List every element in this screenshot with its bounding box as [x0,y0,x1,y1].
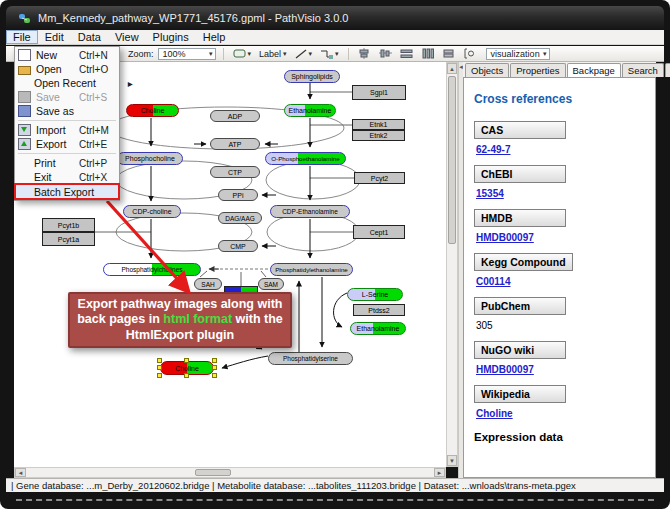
common-size-button[interactable] [440,47,457,60]
node-sah[interactable]: SAH [194,278,222,290]
backpage-panel: Cross references CAS 62-49-7 ChEBI 15354… [463,77,656,478]
node-etnk2[interactable]: Etnk2 [352,130,405,141]
menu-plugins[interactable]: Plugins [146,31,196,43]
save-icon [18,91,31,103]
node-pcyt1a[interactable]: Pcyt1a [42,232,95,246]
connector-tool-button[interactable]: ▾ [318,47,341,60]
node-choline[interactable]: Choline [126,104,179,117]
node-cdp-choline[interactable]: CDP-choline [123,205,181,218]
node-cmp[interactable]: CMP [218,240,258,252]
tab-legend[interactable]: Legend [665,63,670,77]
align-middle-button[interactable] [377,47,394,60]
group-button[interactable] [461,47,478,60]
tab-backpage[interactable]: Backpage [567,63,621,78]
menu-view[interactable]: View [108,31,146,43]
vertical-scrollbar[interactable]: ▲ ▼ [446,62,458,467]
menu-item-shortcut: Ctrl+O [79,64,116,75]
chevron-down-icon[interactable]: ▾ [309,50,313,57]
menu-bar: File Edit Data View Plugins Help [6,30,664,45]
node-sphingolipids[interactable]: Sphingolipids [284,70,340,83]
xref-source-name: PubChem [474,297,566,315]
node-cept1[interactable]: Cept1 [353,225,405,239]
node-l-serine[interactable]: L-Serine [347,288,403,301]
node-phosphocholine[interactable]: Phosphocholine [117,152,183,165]
distribute-vertical-button[interactable] [419,47,436,60]
node-pcyt1b[interactable]: Pcyt1b [42,218,95,232]
zoom-combobox[interactable]: 100% ▾ [158,48,216,60]
node-atp[interactable]: ATP [210,138,260,150]
menu-data[interactable]: Data [71,31,108,43]
distribute-vertical-icon [421,48,434,59]
chevron-down-icon[interactable]: ▾ [335,50,339,57]
node-ethanolamine[interactable]: Ethanolamine [284,104,336,117]
zoom-label: Zoom: [128,49,154,59]
node-o-phosphoethanolamine[interactable]: O-Phosphoethanolamine [265,152,346,165]
xref-source-name: Kegg Compound [474,253,573,271]
tab-search[interactable]: Search [622,63,664,77]
datanode-tool-button[interactable]: ▾ [231,47,254,60]
node-sam[interactable]: SAM [258,278,284,290]
xref-link[interactable]: C00114 [476,276,645,287]
node-pcyt2[interactable]: Pcyt2 [354,172,405,184]
chevron-down-icon[interactable]: ▾ [248,50,252,57]
tab-properties[interactable]: Properties [510,63,565,77]
line-tool-button[interactable]: ▾ [293,47,315,60]
node-etnk1[interactable]: Etnk1 [352,119,405,130]
menu-item-batch-export[interactable]: Batch Export [15,184,119,199]
horizontal-scroll-thumb[interactable] [195,469,231,476]
node-sgpl1[interactable]: Sgpl1 [352,85,406,100]
node-choline-selected[interactable]: Choline [160,361,214,375]
scroll-up-icon: ▲ [449,66,455,72]
node-ptdss2[interactable]: Ptdss2 [353,304,405,316]
menu-item-open[interactable]: Open Ctrl+O [15,62,119,76]
xref-link[interactable]: 15354 [476,188,645,199]
node-adp[interactable]: ADP [210,110,260,122]
node-dag-aag[interactable]: DAG/AAG [218,212,262,224]
menu-item-shortcut: Ctrl+X [79,172,116,183]
scroll-left-button[interactable]: ◄ [15,468,26,477]
title-bar: Mm_Kennedy_pathway_WP1771_45176.gpml - P… [6,6,664,30]
xref-link[interactable]: HMDB00097 [476,364,645,375]
menu-item-export[interactable]: Export Ctrl+E [15,137,119,151]
vertical-scroll-thumb[interactable] [448,76,456,244]
label-tool-button[interactable]: Label ▾ [257,47,289,60]
menu-item-open-recent[interactable]: Open Recent ▸ [15,76,119,90]
xref-section-kegg: Kegg Compound C00114 [474,252,645,287]
xref-source-name: HMDB [474,209,566,227]
menu-item-import[interactable]: Import Ctrl+M [15,123,119,137]
chevron-down-icon[interactable]: ▾ [543,50,547,57]
menu-item-save: Save Ctrl+S [15,90,119,104]
node-phosphatidylserine[interactable]: Phosphatidylserine [268,352,353,365]
chevron-down-icon[interactable]: ▾ [209,50,213,57]
menu-item-save-as[interactable]: Save as [15,104,119,118]
distribute-horizontal-button[interactable] [398,47,415,60]
scroll-up-button[interactable]: ▲ [447,63,457,74]
node-ethanolamine-2[interactable]: Ethanolamine [350,322,406,335]
node-ppi[interactable]: PPi [218,189,258,201]
align-center-button[interactable] [356,47,373,60]
node-cdp-ethanolamine[interactable]: CDP-Ethanolamine [270,205,350,218]
chevron-down-icon[interactable]: ▾ [283,50,287,57]
menu-item-print[interactable]: Print Ctrl+P [15,156,119,170]
menu-help[interactable]: Help [196,31,233,43]
menu-item-exit[interactable]: Exit Ctrl+X [15,170,119,184]
line-icon [295,49,307,59]
scroll-down-button[interactable]: ▼ [447,455,457,466]
open-folder-icon [18,66,31,75]
scroll-right-button[interactable]: ► [434,468,445,477]
node-phosphatidylethanolamine[interactable]: Phosphatidylethanolamine [270,263,353,276]
menu-item-new[interactable]: New Ctrl+N [15,48,119,62]
xref-section-wikipedia: Wikipedia Choline [474,384,645,419]
horizontal-scrollbar[interactable]: ◄ ► [14,467,446,478]
node-phosphatidylcholines[interactable]: Phosphatidylcholines [103,263,201,276]
xref-link[interactable]: 62-49-7 [476,144,645,155]
xref-link[interactable]: Choline [476,408,645,419]
screenshot-tear-edge [16,499,654,501]
xref-link[interactable]: HMDB00097 [476,232,645,243]
node-ctp[interactable]: CTP [210,166,260,178]
visualization-combobox[interactable]: visualization ▾ [486,48,550,60]
file-menu-popup: New Ctrl+N Open Ctrl+O Open Recent ▸ Sav… [14,46,120,201]
menu-edit[interactable]: Edit [38,31,71,43]
menu-file[interactable]: File [6,30,38,44]
tab-objects[interactable]: Objects [465,63,509,77]
